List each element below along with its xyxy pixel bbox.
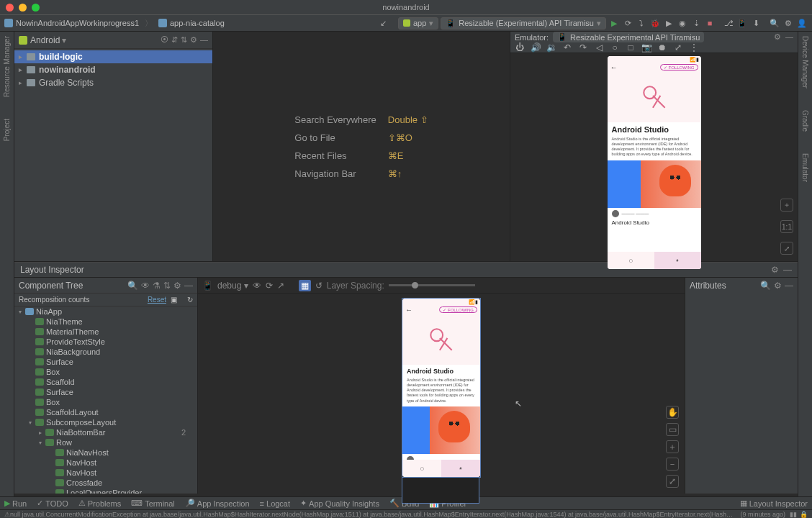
debug-button[interactable]: 🐞 [649,17,661,29]
component-tree-item[interactable]: NiaTheme [14,317,197,327]
hide-icon[interactable]: — [785,281,793,291]
zoom-in-icon[interactable]: ＋ [780,199,793,212]
layout-inspector-canvas[interactable]: 📱 debug ▾ 👁 ⟳ ↗ ▦ ↺ Layer Spacing: 📶▮ [198,278,685,494]
device-target-dropdown[interactable]: 📱 Resizable (Experimental) API Tiramisu … [441,17,606,29]
project-tree-item[interactable]: ▸nowinandroid [14,63,212,76]
export-icon[interactable]: ↗ [277,281,284,291]
component-tree-item[interactable]: ▾SubcomposeLayout [14,417,197,427]
project-tree-item[interactable]: ▸build-logic [14,50,212,63]
rotate-right-icon[interactable]: ↷ [578,42,588,53]
logcat-tab[interactable]: ≡Logcat [260,499,290,508]
project-tree[interactable]: ▸build-logic▸nowinandroid▸Gradle Scripts [14,49,212,91]
maximize-window-dot[interactable] [32,4,40,12]
screenshot-icon[interactable]: 📷 [641,42,651,53]
hide-icon[interactable]: — [184,281,193,291]
sort-icon[interactable]: ⇅ [163,281,171,291]
component-tree-item[interactable]: NavHost [14,458,197,468]
zoom-out-icon[interactable]: － [666,458,679,471]
component-tree-item[interactable]: Surface [14,387,197,397]
right-rail-emulator[interactable]: Emulator [801,153,809,182]
back-icon[interactable]: ◁ [594,42,604,53]
component-tree-item[interactable]: NiaNavHost [14,447,197,458]
3d-mode-icon[interactable]: ▦ [299,280,311,291]
stop-button[interactable]: ■ [704,17,716,29]
zoom-fit-icon[interactable]: ⤢ [666,475,679,488]
minimize-window-dot[interactable] [19,4,27,12]
avd-icon[interactable]: 📱 [736,17,748,29]
more-icon[interactable]: ⋮ [689,42,699,53]
emulator-viewport[interactable]: 📶▮ ← ✓ FOLLOWING Android Studio Android … [510,53,798,269]
right-rail-gradle[interactable]: Gradle [801,110,809,132]
memory-indicator[interactable]: ▮▮ [790,511,797,518]
component-tree-item[interactable]: Box [14,397,197,407]
component-tree-item[interactable]: Surface [14,357,197,367]
power-icon[interactable]: ⏻ [515,42,525,53]
apply-code-icon[interactable]: ⤵ [636,17,647,29]
vcs-icon[interactable]: ⎇ [723,17,734,29]
sdk-icon[interactable]: ⬇ [750,17,762,29]
component-tree[interactable]: ▾NiaAppNiaThemeMaterialThemeProvideTextS… [14,306,197,494]
home-icon[interactable]: ○ [610,42,620,53]
right-rail-device-manager[interactable]: Device Manager [801,36,809,88]
run-tab[interactable]: ▶Run [4,499,27,508]
component-tree-item[interactable]: LocalOwnersProvider [14,488,197,494]
status-message[interactable]: null java.util.ConcurrentModificationExc… [10,511,734,518]
eye-icon[interactable]: 👁 [141,281,150,291]
project-tree-item[interactable]: ▸Gradle Scripts [14,76,212,89]
project-view-mode[interactable]: Android [30,35,60,45]
rotate-reset-icon[interactable]: ↺ [315,281,322,291]
component-tree-item[interactable]: ▾NiaApp [14,306,197,317]
gear-icon[interactable]: ⚙ [173,281,181,291]
run-config-dropdown[interactable]: app ▾ [398,17,438,29]
component-tree-item[interactable]: Scaffold [14,377,197,387]
zoom-1-1[interactable]: 1:1 [780,220,793,233]
select-opened-icon[interactable]: ⦿ [161,35,168,45]
search-icon[interactable]: 🔍 [127,281,138,291]
zoom-fit-icon[interactable]: ⤢ [780,242,793,255]
inspector-device-preview[interactable]: 📶▮ ←✓ FOLLOWING Android Studio Android S… [402,298,481,504]
account-icon[interactable]: 👤 [796,17,808,29]
left-rail-project[interactable]: Project [3,119,11,141]
component-tree-item[interactable]: Crossfade [14,478,197,488]
profile-icon[interactable]: ◉ [677,17,688,29]
resize-mode-icon[interactable]: ⤢ [673,42,683,53]
terminal-tab[interactable]: ⌨Terminal [131,499,175,508]
expand-all-icon[interactable]: ⇵ [171,35,178,45]
volume-down-icon[interactable]: 🔉 [546,42,556,53]
process-dropdown[interactable]: debug ▾ [217,281,248,291]
component-tree-item[interactable]: MaterialTheme [14,327,197,337]
close-window-dot[interactable] [6,4,14,12]
settings-icon[interactable]: ⚙ [782,17,794,29]
rotate-left-icon[interactable]: ↶ [562,42,572,53]
hide-icon[interactable]: — [200,35,208,45]
layer-spacing-slider[interactable] [389,284,475,286]
coverage-icon[interactable]: ▶ [663,17,675,29]
component-tree-item[interactable]: ScaffoldLayout [14,407,197,417]
select-icon[interactable]: ▭ [666,423,679,436]
attach-debugger-icon[interactable]: ⇣ [690,17,702,29]
component-tree-item[interactable]: ▾Row [14,437,197,447]
zoom-in-icon[interactable]: ＋ [666,440,679,453]
search-icon[interactable]: 🔍 [760,281,771,291]
search-icon[interactable]: 🔍 [769,17,780,29]
gear-icon[interactable]: ⚙ [774,32,781,42]
component-tree-item[interactable]: ProvideTextStyle [14,337,197,347]
volume-up-icon[interactable]: 🔊 [531,42,541,53]
component-tree-item[interactable]: Box [14,367,197,377]
overview-icon[interactable]: □ [626,42,636,53]
component-tree-item[interactable]: NiaBackground [14,347,197,357]
filter-icon[interactable]: ⚗ [153,281,161,291]
collapse-all-icon[interactable]: ⇅ [181,35,187,45]
problems-tab[interactable]: ⚠Problems [78,499,121,508]
gear-icon[interactable]: ⚙ [190,35,197,45]
emulator-tab[interactable]: 📱 Resizable Experimental API Tiramisu [553,32,704,42]
app-inspection-tab[interactable]: 🔎App Inspection [185,499,250,508]
minimize-icon[interactable]: — [785,32,793,42]
component-tree-item[interactable]: NavHost [14,468,197,478]
breadcrumb[interactable]: NowinAndroidAppWorkinprogress1 〉 app-nia… [4,18,225,29]
gear-icon[interactable]: ⚙ [774,281,782,291]
recomposition-reset[interactable]: Reset [148,296,166,304]
lock-icon[interactable]: 🔒 [800,511,808,518]
record-icon[interactable]: ⏺ [657,42,667,53]
live-icon[interactable]: 👁 [253,281,261,291]
